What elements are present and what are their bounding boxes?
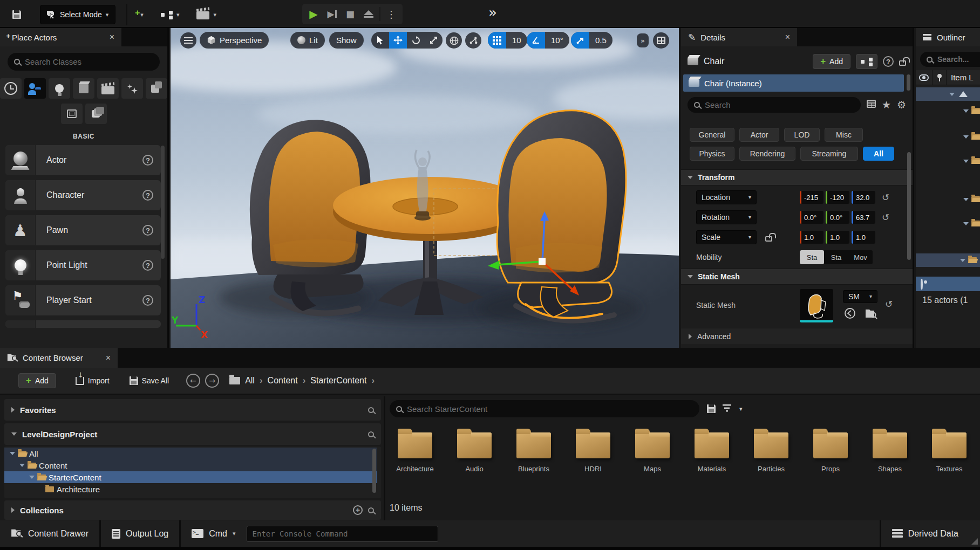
rotation-y-input[interactable]: 0.0° bbox=[826, 211, 849, 224]
reset-location-button[interactable] bbox=[882, 192, 889, 203]
tab-place-actors[interactable]: + Place Actors bbox=[0, 28, 121, 46]
edit-blueprint-button[interactable] bbox=[856, 54, 877, 69]
save-all-button[interactable]: Save All bbox=[125, 371, 174, 390]
output-log-button[interactable]: Output Log bbox=[101, 520, 179, 547]
filter-all[interactable]: All bbox=[863, 147, 894, 161]
reset-static-mesh-button[interactable] bbox=[885, 299, 893, 310]
move-tool-button[interactable] bbox=[389, 32, 407, 49]
chevron-down-icon[interactable] bbox=[10, 452, 15, 455]
tab-details[interactable]: Details bbox=[681, 28, 797, 46]
viewport[interactable]: Z Y X Perspective Lit Show 1 bbox=[171, 28, 679, 348]
list-item-character[interactable]: Character bbox=[5, 180, 161, 210]
lit-dropdown[interactable]: Lit bbox=[290, 32, 325, 49]
help-icon[interactable] bbox=[142, 225, 153, 236]
help-icon[interactable] bbox=[142, 155, 153, 166]
resize-grip[interactable] bbox=[971, 538, 978, 545]
derived-data-button[interactable]: Derived Data bbox=[881, 520, 980, 547]
place-actors-search[interactable] bbox=[8, 53, 160, 71]
chevron-down-icon[interactable]: ▾ bbox=[739, 406, 743, 412]
help-icon[interactable] bbox=[883, 56, 894, 67]
search-icon[interactable] bbox=[368, 507, 374, 513]
static-mesh-thumbnail[interactable] bbox=[800, 289, 833, 322]
select-tool-button[interactable] bbox=[371, 32, 389, 49]
folder-particles[interactable]: Particles bbox=[741, 429, 801, 473]
static-mesh-section-header[interactable]: Static Mesh bbox=[681, 269, 913, 285]
folder-hdri[interactable]: HDRI bbox=[563, 429, 623, 473]
outliner-folder-row[interactable] bbox=[916, 217, 980, 230]
visibility-column-icon[interactable] bbox=[916, 74, 932, 81]
scale-dropdown[interactable]: Scale▾ bbox=[696, 230, 757, 244]
folder-maps[interactable]: Maps bbox=[623, 429, 682, 473]
cb-add-button[interactable]: Add bbox=[18, 373, 56, 388]
tree-item-architecture[interactable]: Architecture bbox=[4, 483, 375, 495]
eject-button[interactable] bbox=[359, 5, 378, 23]
filter-actor[interactable]: Actor bbox=[739, 128, 779, 142]
breadcrumb-startercontent[interactable]: StarterContent bbox=[310, 376, 366, 386]
filter-misc[interactable]: Misc bbox=[825, 128, 863, 142]
reset-rotation-button[interactable] bbox=[882, 212, 889, 223]
search-classes-input[interactable] bbox=[25, 57, 153, 66]
list-item-point-light[interactable]: Point Light bbox=[5, 250, 161, 280]
mobility-stationary[interactable]: Sta bbox=[824, 250, 848, 264]
chevron-down-icon[interactable] bbox=[29, 476, 35, 479]
category-shapes-button[interactable] bbox=[73, 78, 94, 99]
details-scrollbar[interactable] bbox=[907, 152, 911, 260]
tree-scrollbar[interactable] bbox=[372, 449, 376, 493]
component-tree-scrollbar[interactable] bbox=[907, 74, 910, 91]
outliner-folder-row[interactable] bbox=[916, 130, 980, 143]
viewport-toolbar-overflow[interactable]: » bbox=[637, 33, 649, 47]
chevron-down-icon[interactable] bbox=[949, 93, 955, 96]
frame-skip-button[interactable]: ▶ bbox=[323, 5, 341, 23]
static-mesh-asset-dropdown[interactable]: SM▾ bbox=[843, 290, 877, 303]
viewport-options-button[interactable] bbox=[180, 32, 196, 49]
collections-header[interactable]: Collections bbox=[4, 500, 381, 520]
folder-textures[interactable]: Textures bbox=[920, 429, 979, 473]
filter-lod[interactable]: LOD bbox=[784, 128, 820, 142]
filter-icon[interactable] bbox=[722, 404, 733, 414]
use-selected-asset-icon[interactable] bbox=[844, 307, 856, 321]
cmd-dropdown[interactable]: Cmd ▾ bbox=[181, 520, 246, 547]
scale-y-input[interactable]: 1.0 bbox=[826, 231, 849, 244]
category-recent-button[interactable] bbox=[0, 78, 22, 99]
outliner-column-header[interactable]: Item L bbox=[916, 70, 980, 85]
category-geometry-button[interactable] bbox=[146, 78, 167, 99]
folder-props[interactable]: Props bbox=[801, 429, 860, 473]
close-icon[interactable] bbox=[785, 32, 790, 42]
play-button[interactable]: ▶ bbox=[304, 5, 323, 23]
world-space-button[interactable] bbox=[446, 32, 462, 49]
advanced-section-header[interactable]: Advanced bbox=[681, 328, 913, 344]
save-button[interactable] bbox=[8, 5, 26, 24]
scale-snap-control[interactable]: 0.5 bbox=[571, 32, 612, 49]
favorites-header[interactable]: Favorites bbox=[4, 399, 381, 421]
help-icon[interactable] bbox=[142, 295, 153, 306]
pin-column-icon[interactable] bbox=[932, 70, 946, 85]
import-button[interactable]: Import bbox=[71, 371, 114, 390]
list-item-player-start[interactable]: Player Start bbox=[5, 285, 161, 315]
folder-architecture[interactable]: Architecture bbox=[385, 429, 445, 473]
blueprints-button[interactable] bbox=[156, 5, 185, 24]
project-header[interactable]: LevelDesignProject bbox=[4, 423, 381, 445]
tab-outliner[interactable]: Outliner bbox=[916, 28, 980, 46]
tab-content-browser[interactable]: Content Browser bbox=[0, 348, 118, 368]
chevron-down-icon[interactable] bbox=[963, 198, 969, 201]
chevron-down-icon[interactable] bbox=[963, 160, 969, 163]
rotation-z-input[interactable]: 63.7 bbox=[852, 211, 875, 224]
category-basic-button[interactable] bbox=[24, 78, 46, 99]
outliner-folder-row[interactable] bbox=[916, 154, 980, 168]
rotation-dropdown[interactable]: Rotation▾ bbox=[696, 210, 757, 224]
save-search-icon[interactable] bbox=[707, 404, 716, 413]
console-command-field[interactable] bbox=[247, 526, 438, 542]
mobility-static[interactable]: Sta bbox=[800, 250, 824, 264]
display-filter-icon[interactable] bbox=[867, 100, 876, 109]
outliner-world-row[interactable] bbox=[916, 87, 980, 101]
category-all-classes-button[interactable] bbox=[85, 104, 107, 124]
surface-snapping-button[interactable] bbox=[465, 32, 481, 49]
item-label-column[interactable]: Item L bbox=[946, 70, 974, 85]
scale-z-input[interactable]: 1.0 bbox=[852, 231, 875, 244]
help-icon[interactable] bbox=[142, 260, 153, 271]
forward-button[interactable]: → bbox=[205, 374, 219, 388]
chevron-down-icon[interactable] bbox=[963, 109, 969, 113]
tree-item-all[interactable]: All bbox=[4, 448, 377, 459]
outliner-search[interactable] bbox=[920, 52, 980, 67]
place-actors-scrollbar[interactable] bbox=[161, 146, 165, 259]
